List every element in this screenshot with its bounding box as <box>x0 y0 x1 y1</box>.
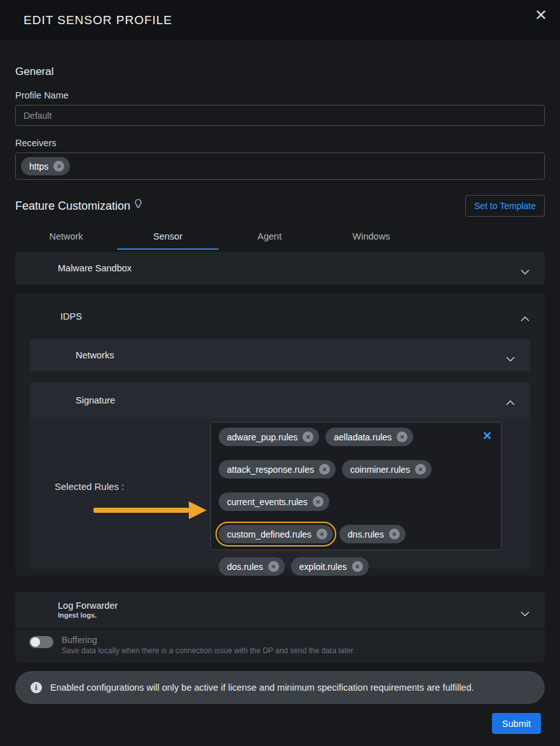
rule-chip[interactable]: coinminer.rules✕ <box>342 460 432 478</box>
feature-tabs: NetworkSensorAgentWindows <box>15 223 545 250</box>
receivers-input[interactable]: https✕ <box>15 153 545 180</box>
rule-chip[interactable]: attack_response.rules✕ <box>219 460 336 478</box>
malware-sandbox-label: Malware Sandbox <box>58 263 132 273</box>
rule-chip[interactable]: current_events.rules✕ <box>219 492 329 511</box>
receivers-label: Receivers <box>15 138 545 148</box>
rule-chip[interactable]: dns.rules✕ <box>339 525 406 543</box>
rule-chip-label: adware_pup.rules <box>227 432 297 442</box>
buffering-label: Buffering <box>62 635 355 645</box>
chevron-down-icon <box>521 607 529 619</box>
remove-icon[interactable]: ✕ <box>319 464 330 475</box>
accordion-log-forwarder[interactable]: Log Forwarder Ingest logs. <box>15 592 545 628</box>
tab-sensor[interactable]: Sensor <box>117 223 219 250</box>
remove-icon[interactable]: ✕ <box>53 161 64 172</box>
signature-label: Signature <box>76 395 115 405</box>
chevron-down-icon <box>506 353 515 364</box>
remove-icon[interactable]: ✕ <box>397 431 407 442</box>
buffering-toggle[interactable] <box>29 636 53 648</box>
modal-title: EDIT SENSOR PROFILE <box>24 13 172 27</box>
profile-name-input[interactable] <box>15 105 545 126</box>
log-forwarder-label: Log Forwarder <box>58 600 118 611</box>
buffering-row: Buffering Save data locally when there i… <box>15 629 545 662</box>
rule-chip-label: current_events.rules <box>227 497 308 507</box>
annotation-arrow-icon <box>93 501 207 519</box>
info-icon: i <box>31 682 42 693</box>
accordion-signature[interactable]: Signature <box>30 382 530 418</box>
idps-section: IDPS Networks Signature Selected Rules : <box>15 293 545 576</box>
feature-customization-title: Feature Customization <box>15 200 130 213</box>
signature-section: Signature Selected Rules : adware_pup.ru… <box>30 382 530 568</box>
accordion-malware-sandbox[interactable]: Malware Sandbox <box>15 252 545 285</box>
remove-icon[interactable]: ✕ <box>389 529 400 539</box>
submit-button[interactable]: Submit <box>492 713 541 734</box>
tab-agent[interactable]: Agent <box>219 223 320 250</box>
modal-footer: Submit <box>15 713 545 734</box>
clear-selection-icon[interactable]: ✕ <box>482 430 492 442</box>
rule-chip[interactable]: exploit.rules✕ <box>291 557 369 576</box>
log-forwarder-sublabel: Ingest logs. <box>58 611 118 619</box>
remove-icon[interactable]: ✕ <box>313 496 324 507</box>
receiver-chip-label: https <box>29 161 48 172</box>
toggle-knob <box>31 637 40 647</box>
selected-rules-list: adware_pup.rules✕aelladata.rules✕attack_… <box>211 423 501 581</box>
rule-chip-label: dos.rules <box>227 562 263 572</box>
rule-chip[interactable]: custom_defined.rules✕ <box>219 525 333 543</box>
rule-chip[interactable]: dos.rules✕ <box>219 557 285 576</box>
modal-header: EDIT SENSOR PROFILE ✕ <box>0 0 560 40</box>
rule-chip-label: dns.rules <box>348 529 384 539</box>
receivers-chip-list: https✕ <box>21 157 70 175</box>
tab-windows[interactable]: Windows <box>320 223 422 250</box>
rule-chip-label: exploit.rules <box>299 562 347 572</box>
profile-name-label: Profile Name <box>15 90 545 100</box>
feature-customization-heading: Feature Customization <box>15 200 142 213</box>
rule-chip-label: attack_response.rules <box>227 465 314 475</box>
networks-label: Networks <box>76 350 114 360</box>
idps-label: IDPS <box>60 311 82 322</box>
rule-chip-label: coinminer.rules <box>350 465 410 475</box>
rule-chip-label: custom_defined.rules <box>227 529 311 539</box>
remove-icon[interactable]: ✕ <box>268 561 279 572</box>
feature-customization-row: Feature Customization Set to Template <box>15 195 545 217</box>
remove-icon[interactable]: ✕ <box>303 431 313 442</box>
receiver-chip[interactable]: https✕ <box>21 157 70 175</box>
chevron-up-icon <box>521 314 529 325</box>
info-banner-text: Enabled configurations will only be acti… <box>50 682 474 693</box>
close-icon[interactable]: ✕ <box>535 8 547 23</box>
buffering-description: Save data locally when there is a connec… <box>62 646 355 655</box>
rule-chip[interactable]: aelladata.rules✕ <box>325 428 413 446</box>
general-heading: General <box>15 65 545 78</box>
chevron-up-icon <box>506 398 515 409</box>
set-to-template-button[interactable]: Set to Template <box>465 195 545 217</box>
rule-chip-label: aelladata.rules <box>334 432 392 442</box>
chevron-down-icon <box>521 266 529 277</box>
signature-content: Selected Rules : adware_pup.rules✕aellad… <box>30 418 530 568</box>
selected-rules-label: Selected Rules : <box>55 481 124 492</box>
accordion-idps[interactable]: IDPS <box>15 293 545 339</box>
selected-rules-select[interactable]: adware_pup.rules✕aelladata.rules✕attack_… <box>210 422 502 550</box>
rule-chip[interactable]: adware_pup.rules✕ <box>219 428 319 446</box>
remove-icon[interactable]: ✕ <box>317 529 327 539</box>
lightbulb-icon <box>135 199 142 212</box>
tab-network[interactable]: Network <box>15 223 117 250</box>
accordion-networks[interactable]: Networks <box>30 339 530 371</box>
remove-icon[interactable]: ✕ <box>415 464 426 475</box>
info-banner: i Enabled configurations will only be ac… <box>15 671 545 704</box>
modal-body: General Profile Name Receivers https✕ Fe… <box>0 65 560 734</box>
remove-icon[interactable]: ✕ <box>352 561 363 572</box>
